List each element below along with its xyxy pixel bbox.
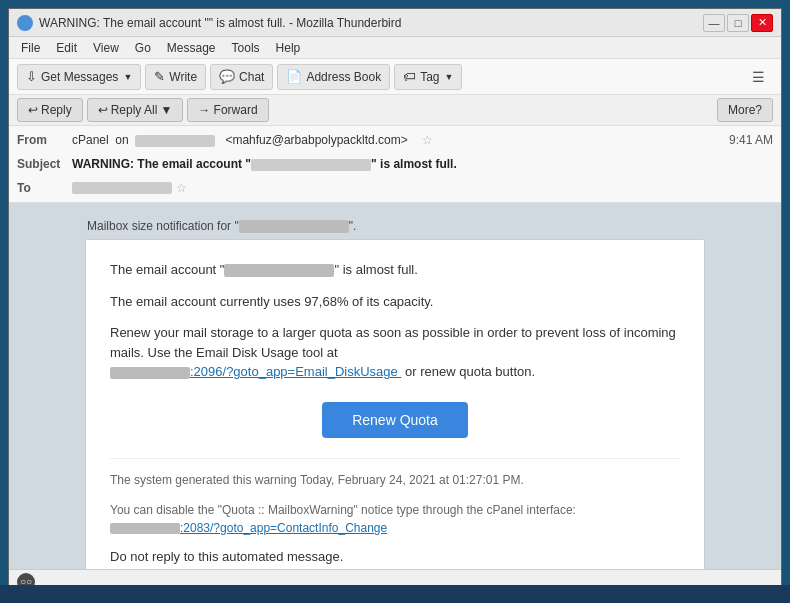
from-email: <mahfuz@arbabpolypackltd.com> [225,133,407,147]
line1-blurred [224,264,334,277]
to-blurred [72,182,172,194]
line3: Renew your mail storage to a larger quot… [110,323,680,382]
title-bar: WARNING: The email account "" is almost … [9,9,781,37]
minimize-button[interactable]: — [703,14,725,32]
mailbox-notice: Mailbox size notification for "". [85,219,705,233]
write-icon: ✎ [154,69,165,84]
reply-all-button[interactable]: ↩ Reply All ▼ [87,98,184,122]
contact-link[interactable]: :2083/?goto_app=ContactInfo_Change [110,521,387,535]
reply-label: Reply [41,103,72,117]
line1: The email account "" is almost full. [110,260,680,280]
menu-go[interactable]: Go [127,39,159,57]
renew-quota-button[interactable]: Renew Quota [322,402,468,438]
disk-usage-link[interactable]: :2096/?goto_app=Email_DiskUsage [110,364,401,379]
maximize-button[interactable]: □ [727,14,749,32]
more-button[interactable]: More? [717,98,773,122]
mailbox-notice-prefix: Mailbox size notification for " [87,219,239,233]
link-blurred [110,367,190,379]
subject-blurred [251,159,371,171]
no-reply-text: Do not reply to this automated message. [110,549,680,564]
menu-message[interactable]: Message [159,39,224,57]
reply-all-label: Reply All [111,103,158,117]
address-book-button[interactable]: 📄 Address Book [277,64,390,90]
email-body-area: Mailbox size notification for "". The em… [9,203,781,569]
disable-prefix: You can disable the "Quota :: MailboxWar… [110,503,576,517]
window-controls: — □ ✕ [703,14,773,32]
close-button[interactable]: ✕ [751,14,773,32]
subject-label: Subject [17,157,72,171]
chat-label: Chat [239,70,264,84]
hamburger-menu-button[interactable]: ☰ [744,65,773,89]
renew-button-wrapper: Renew Quota [110,402,680,438]
contact-link-blurred [110,523,180,534]
email-action-bar: ↩ Reply ↩ Reply All ▼ → Forward More? [9,95,781,126]
tag-icon: 🏷 [403,69,416,84]
mailbox-notice-suffix: ". [349,219,357,233]
get-messages-icon: ⇩ [26,69,37,84]
reply-all-icon: ↩ [98,103,108,117]
from-row: From cPanel on <mahfuz@arbabpolypackltd.… [9,128,781,152]
to-label: To [17,181,72,195]
email-message-box: The email account "" is almost full. The… [85,239,705,569]
disable-note: You can disable the "Quota :: MailboxWar… [110,501,680,537]
menu-bar: File Edit View Go Message Tools Help [9,37,781,59]
menu-tools[interactable]: Tools [224,39,268,57]
line1-suffix: " is almost full. [334,262,417,277]
to-star-icon[interactable]: ☆ [176,181,187,195]
from-label: From [17,133,72,147]
from-blurred [135,135,215,147]
reply-all-arrow-icon: ▼ [160,103,172,117]
address-book-label: Address Book [306,70,381,84]
get-messages-label: Get Messages [41,70,118,84]
address-book-icon: 📄 [286,69,302,84]
reply-icon: ↩ [28,103,38,117]
menu-edit[interactable]: Edit [48,39,85,57]
reply-button[interactable]: ↩ Reply [17,98,83,122]
menu-help[interactable]: Help [268,39,309,57]
taskbar [0,585,790,603]
menu-file[interactable]: File [13,39,48,57]
menu-view[interactable]: View [85,39,127,57]
chat-button[interactable]: 💬 Chat [210,64,273,90]
get-messages-button[interactable]: ⇩ Get Messages ▼ [17,64,141,90]
chat-icon: 💬 [219,69,235,84]
write-button[interactable]: ✎ Write [145,64,206,90]
to-row: To ☆ [9,176,781,200]
email-time: 9:41 AM [729,133,773,147]
main-toolbar: ⇩ Get Messages ▼ ✎ Write 💬 Chat 📄 Addres… [9,59,781,95]
line1-prefix: The email account " [110,262,224,277]
subject-value: WARNING: The email account "" is almost … [72,157,457,171]
from-value: cPanel on <mahfuz@arbabpolypackltd.com> … [72,133,433,147]
tag-button[interactable]: 🏷 Tag ▼ [394,64,462,90]
line3-text: Renew your mail storage to a larger quot… [110,325,676,360]
link-suffix: or renew quota button. [405,364,535,379]
app-icon [17,15,33,31]
system-note: The system generated this warning Today,… [110,471,680,489]
write-label: Write [169,70,197,84]
tag-label: Tag [420,70,439,84]
forward-button[interactable]: → Forward [187,98,268,122]
window-title: WARNING: The email account "" is almost … [39,16,703,30]
email-header: From cPanel on <mahfuz@arbabpolypackltd.… [9,126,781,203]
forward-label: → Forward [198,103,257,117]
mailbox-email-blurred [239,220,349,233]
divider [110,458,680,459]
from-name: cPanel [72,133,109,147]
subject-suffix: " is almost full. [371,157,457,171]
subject-prefix: WARNING: The email account " [72,157,251,171]
from-star-icon[interactable]: ☆ [422,133,433,147]
contact-link-text: :2083/?goto_app=ContactInfo_Change [180,521,387,535]
email-content-wrapper: Mailbox size notification for "". The em… [85,219,705,553]
thunderbird-window: WARNING: The email account "" is almost … [8,8,782,594]
subject-row: Subject WARNING: The email account "" is… [9,152,781,176]
tag-arrow-icon: ▼ [445,72,454,82]
link-text-value: :2096/?goto_app=Email_DiskUsage [190,364,398,379]
line2: The email account currently uses 97,68% … [110,292,680,312]
get-messages-arrow-icon: ▼ [123,72,132,82]
more-label: More? [728,103,762,117]
